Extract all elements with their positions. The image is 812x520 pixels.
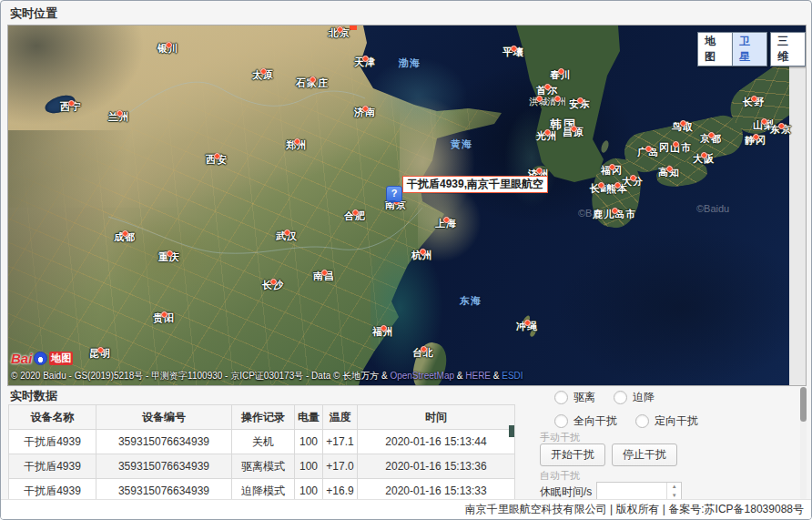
map-type-button-0[interactable]: 地图	[697, 32, 733, 66]
map-label-text: 光州	[536, 129, 558, 143]
city-dot-icon	[612, 208, 618, 214]
table-row: 干扰盾4939359315076634939迫降模式100+16.92020-0…	[9, 479, 515, 502]
table-row: 干扰盾4939359315076634939驱离模式100+17.02020-0…	[9, 454, 515, 479]
radio-label: 驱离	[573, 390, 595, 405]
stop-jam-button[interactable]: 停止干扰	[612, 444, 677, 466]
realtime-location-title: 实时位置	[10, 5, 57, 22]
map-label-text: 贵阳	[153, 311, 175, 325]
device-table: 设备名称设备编号操作记录电量温度时间 干扰盾493935931507663493…	[8, 404, 515, 501]
city-dot-icon	[630, 175, 636, 181]
baidu-logo-text: Bai	[11, 351, 32, 366]
radio-label: 迫降	[633, 390, 655, 405]
city-dot-icon	[778, 123, 785, 129]
city-dot-icon	[536, 96, 543, 102]
map-label-text: 长沙	[262, 279, 284, 292]
jamming-control-panel: 驱离迫降 全向干扰定向干扰 手动干扰 开始干扰 停止干扰 自动干扰 休眠时间/s…	[538, 387, 795, 501]
map-type-button-2[interactable]: 三维	[770, 32, 806, 66]
here-link[interactable]: HERE	[465, 371, 491, 381]
map-label-text: 石家庄	[296, 76, 329, 90]
city-dot-icon	[554, 96, 561, 102]
table-cell: +17.1	[323, 430, 358, 454]
start-jam-button[interactable]: 开始干扰	[540, 444, 605, 466]
attribution-separator: &	[454, 371, 465, 381]
table-cell: 100	[295, 479, 323, 502]
map-label-text: 昆明	[89, 347, 111, 361]
radio-circle-icon[interactable]	[635, 414, 649, 428]
panel-scrollbar-thumb[interactable]	[800, 387, 807, 422]
openstreetmap-link[interactable]: OpenStreetMap	[390, 371, 454, 381]
map-label-text: 天津	[354, 56, 376, 69]
map-label-text: 上海	[435, 217, 457, 230]
attribution-separator: &	[491, 371, 502, 381]
app-window: 实时位置 ©Baidu ©Baidu ©	[0, 0, 812, 520]
table-cell: 干扰盾4939	[9, 479, 96, 502]
sleep-time-label: 休眠时间/s	[540, 484, 592, 500]
jam-button-row: 开始干扰 停止干扰	[540, 444, 677, 466]
map-label-text: 武汉	[276, 229, 298, 243]
table-cell: 关机	[232, 430, 295, 454]
table-cell: 359315076634939	[96, 430, 232, 454]
city-dot-icon	[558, 68, 564, 75]
city-dot-icon	[167, 250, 173, 257]
map-label-text: 郑州	[286, 138, 308, 152]
table-header-cell: 设备名称	[9, 405, 96, 430]
spinner-up-icon[interactable]: ▲	[667, 483, 681, 492]
table-header-cell: 时间	[358, 405, 515, 430]
map-label-text: 长崎	[590, 182, 612, 196]
device-marker[interactable]: ?	[386, 186, 402, 202]
radio-circle-icon[interactable]	[614, 391, 627, 404]
map-label-text: 北京	[329, 26, 350, 40]
city-dot-icon	[214, 153, 220, 159]
city-dot-icon	[751, 96, 757, 102]
radio-option[interactable]: 驱离	[554, 390, 595, 405]
radio-label: 全向干扰	[573, 413, 617, 429]
city-dot-icon	[598, 182, 604, 189]
radio-option[interactable]: 定向干扰	[635, 413, 698, 429]
table-header-cell: 电量	[295, 405, 323, 430]
table-cell: 驱离模式	[232, 454, 295, 479]
map-label-text: 冲绳	[516, 320, 538, 333]
map-label-text: 熊本	[606, 182, 628, 196]
device-table-container: 设备名称设备编号操作记录电量温度时间 干扰盾493935931507663493…	[8, 404, 515, 501]
city-dot-icon	[161, 311, 167, 318]
city-dot-icon	[609, 164, 615, 170]
baidu-map[interactable]: ©Baidu ©Baidu ©Baidu 银川太原石家庄北京天津济南郑州西安西宁…	[7, 25, 807, 386]
radio-option[interactable]: 全向干扰	[554, 413, 617, 429]
city-dot-icon	[673, 141, 679, 148]
device-tooltip: 干扰盾4939,南京千里眼航空	[402, 176, 548, 193]
city-dot-icon	[260, 68, 267, 75]
jam-mode-radio-row: 驱离迫降	[554, 390, 673, 405]
panel-scrollbar-track	[800, 387, 807, 500]
table-cell: 迫降模式	[232, 479, 295, 502]
copyright-footer: 南京千里眼航空科技有限公司 | 版权所有 | 备案号:苏ICP备18039088…	[1, 499, 811, 519]
auto-jam-label: 自动干扰	[540, 469, 580, 483]
city-dot-icon	[536, 168, 543, 174]
map-label-text: 首尔	[536, 84, 558, 97]
city-dot-icon	[166, 42, 172, 48]
city-dot-icon	[544, 84, 551, 90]
baidu-logo: Bai地图	[11, 351, 73, 366]
table-header-cell: 操作记录	[232, 405, 295, 430]
map-type-button-1[interactable]: 卫星	[732, 32, 767, 66]
table-scrollbar-thumb[interactable]	[509, 425, 514, 437]
table-cell: 干扰盾4939	[9, 454, 96, 479]
baidu-paw-icon	[34, 352, 47, 365]
map-type-controls: 地图卫星三维	[697, 32, 806, 66]
table-cell: 100	[295, 454, 323, 479]
map-label-text: 洪城	[529, 96, 549, 108]
table-cell: 2020-01-16 15:13:44	[358, 430, 515, 454]
city-dot-icon	[753, 134, 759, 140]
map-label-text: 安东	[569, 97, 591, 111]
map-label-text: 西宁	[60, 100, 82, 114]
map-attribution: © 2020 Baidu - GS(2019)5218号 - 甲测资字11009…	[11, 370, 523, 382]
city-dot-icon	[701, 152, 707, 158]
city-dot-icon	[443, 217, 450, 223]
radio-option[interactable]: 迫降	[614, 390, 655, 405]
radio-circle-icon[interactable]	[554, 414, 568, 428]
esdi-link[interactable]: ESDI	[502, 371, 523, 381]
map-label-text: 静冈	[745, 134, 766, 148]
map-labels: 银川太原石家庄北京天津济南郑州西安西宁兰州成都重庆武汉合肥南京上海杭州长沙南昌贵…	[8, 25, 806, 385]
radio-circle-icon[interactable]	[554, 391, 568, 404]
map-label-text: 西安	[206, 153, 228, 167]
table-cell: 359315076634939	[96, 454, 232, 479]
